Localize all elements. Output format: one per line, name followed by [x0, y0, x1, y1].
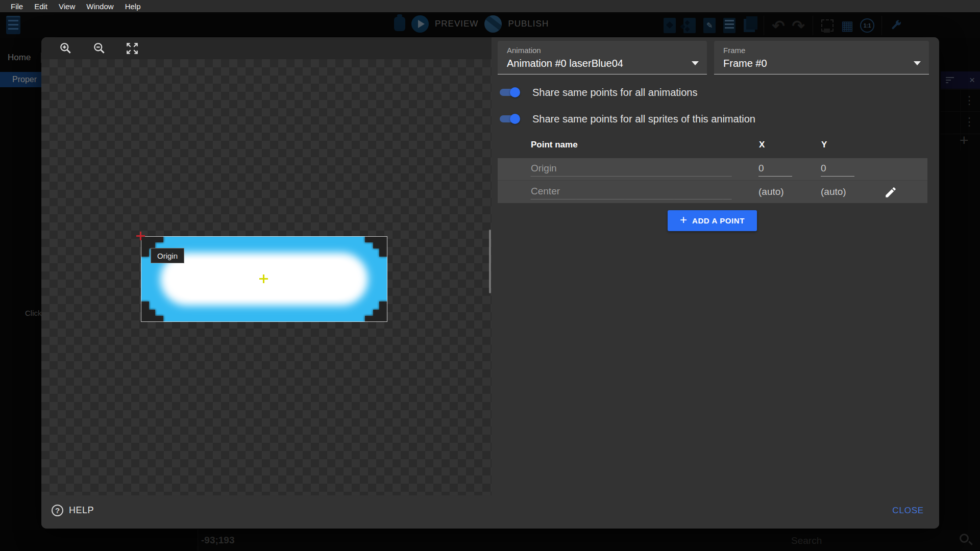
- points-table-header: Point name X Y: [492, 140, 939, 151]
- zoom-out-icon[interactable]: [91, 40, 108, 57]
- toggle-switch-on[interactable]: [499, 112, 521, 126]
- animation-select[interactable]: Animation Animation #0 laserBlue04: [498, 41, 707, 74]
- table-row-center: Center (auto) (auto): [498, 180, 927, 203]
- origin-point-marker[interactable]: [136, 232, 145, 240]
- preview-scrollbar[interactable]: [489, 230, 491, 293]
- sprite-image: Origin: [141, 236, 387, 322]
- point-x-field[interactable]: (auto): [758, 186, 792, 199]
- point-name-field[interactable]: Origin: [531, 163, 731, 177]
- edit-pencil-icon[interactable]: [883, 185, 898, 200]
- menu-view[interactable]: View: [53, 2, 81, 11]
- center-point-marker[interactable]: [259, 274, 268, 283]
- plus-icon: +: [680, 214, 687, 226]
- point-name-field[interactable]: Center: [531, 186, 731, 199]
- animation-select-value: Animation #0 laserBlue04: [507, 58, 623, 69]
- frame-select-value: Frame #0: [723, 58, 767, 69]
- chevron-down-icon: [692, 61, 699, 65]
- toggle-label: Share same points for all sprites of thi…: [532, 113, 755, 125]
- fit-to-screen-icon[interactable]: [124, 40, 141, 57]
- point-x-field[interactable]: 0: [758, 163, 792, 177]
- add-point-label: ADD A POINT: [692, 216, 745, 225]
- table-row-origin: Origin 0 0: [498, 158, 927, 180]
- help-button[interactable]: ? HELP: [52, 505, 94, 516]
- menu-window[interactable]: Window: [81, 2, 119, 11]
- point-y-field[interactable]: 0: [821, 163, 854, 177]
- toggle-share-all-animations[interactable]: Share same points for all animations: [499, 83, 698, 102]
- frame-select-label: Frame: [723, 46, 745, 55]
- toggle-switch-on[interactable]: [499, 86, 521, 99]
- app-root: File Edit View Window Help PREVIEW PUBLI…: [0, 0, 980, 551]
- chevron-down-icon: [914, 61, 921, 65]
- help-label: HELP: [69, 505, 94, 516]
- points-table: Origin 0 0 Center (auto) (auto): [498, 158, 927, 203]
- origin-tooltip: Origin: [151, 248, 184, 263]
- question-mark-icon: ?: [52, 505, 63, 516]
- sprite-preview-canvas[interactable]: Origin: [41, 59, 492, 495]
- edit-points-dialog: Origin Animation Animation #0 laserBlue0…: [41, 37, 939, 529]
- menu-edit[interactable]: Edit: [29, 2, 53, 11]
- toggle-label: Share same points for all animations: [532, 87, 698, 98]
- preview-toolbar: [41, 37, 492, 59]
- menu-bar: File Edit View Window Help: [0, 0, 980, 12]
- frame-select[interactable]: Frame Frame #0: [714, 41, 929, 74]
- animation-select-label: Animation: [507, 46, 541, 55]
- add-point-button[interactable]: + ADD A POINT: [668, 210, 757, 231]
- col-point-name: Point name: [531, 140, 578, 150]
- menu-help[interactable]: Help: [119, 2, 146, 11]
- dialog-footer: ? HELP CLOSE: [41, 495, 939, 529]
- col-y: Y: [821, 140, 827, 150]
- zoom-in-icon[interactable]: [57, 40, 75, 57]
- toggle-share-all-sprites[interactable]: Share same points for all sprites of thi…: [499, 110, 755, 128]
- point-y-field[interactable]: (auto): [821, 186, 854, 199]
- close-button[interactable]: CLOSE: [892, 506, 924, 516]
- points-panel: Animation Animation #0 laserBlue04 Frame…: [492, 37, 939, 495]
- col-x: X: [759, 140, 765, 150]
- menu-file[interactable]: File: [5, 2, 29, 11]
